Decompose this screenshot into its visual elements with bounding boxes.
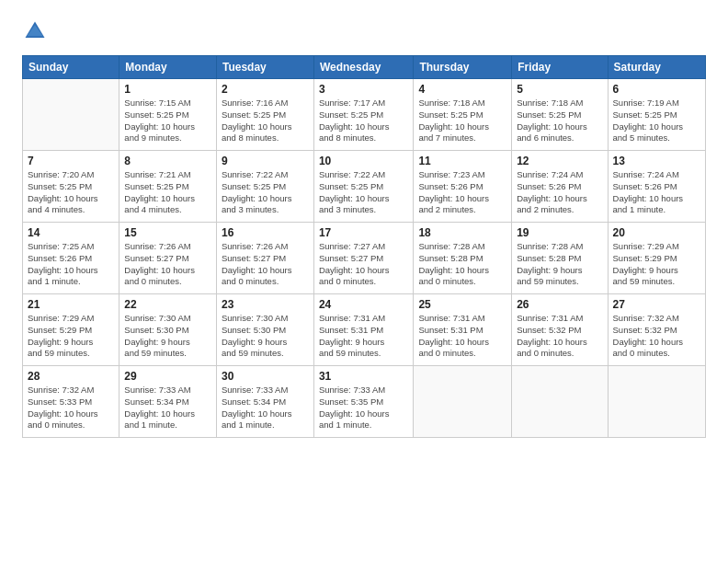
day-number: 10 — [319, 155, 408, 167]
day-cell: 26Sunrise: 7:31 AM Sunset: 5:32 PM Dayli… — [512, 294, 608, 366]
day-cell: 27Sunrise: 7:32 AM Sunset: 5:32 PM Dayli… — [608, 294, 705, 366]
day-cell: 13Sunrise: 7:24 AM Sunset: 5:26 PM Dayli… — [608, 151, 705, 223]
day-info: Sunrise: 7:33 AM Sunset: 5:34 PM Dayligh… — [124, 385, 211, 431]
day-info: Sunrise: 7:33 AM Sunset: 5:34 PM Dayligh… — [222, 385, 309, 431]
day-number: 17 — [319, 226, 408, 239]
day-number: 21 — [28, 298, 114, 311]
day-number: 23 — [222, 298, 309, 311]
day-info: Sunrise: 7:20 AM Sunset: 5:25 PM Dayligh… — [28, 169, 114, 216]
day-number: 5 — [517, 83, 602, 96]
day-number: 14 — [28, 226, 114, 239]
day-cell — [414, 366, 512, 438]
day-cell: 9Sunrise: 7:22 AM Sunset: 5:25 PM Daylig… — [216, 151, 313, 223]
day-info: Sunrise: 7:18 AM Sunset: 5:25 PM Dayligh… — [517, 98, 602, 144]
day-cell: 21Sunrise: 7:29 AM Sunset: 5:29 PM Dayli… — [23, 294, 119, 366]
day-cell: 31Sunrise: 7:33 AM Sunset: 5:35 PM Dayli… — [313, 366, 413, 438]
day-number: 1 — [124, 83, 211, 96]
logo-icon — [22, 18, 48, 44]
day-number: 4 — [418, 83, 506, 96]
day-info: Sunrise: 7:17 AM Sunset: 5:25 PM Dayligh… — [319, 98, 408, 144]
day-info: Sunrise: 7:29 AM Sunset: 5:29 PM Dayligh… — [613, 241, 700, 288]
day-number: 19 — [517, 226, 602, 239]
page: SundayMondayTuesdayWednesdayThursdayFrid… — [0, 0, 728, 563]
weekday-tuesday: Tuesday — [216, 56, 313, 79]
week-row-4: 21Sunrise: 7:29 AM Sunset: 5:29 PM Dayli… — [23, 294, 706, 366]
day-number: 2 — [222, 83, 309, 96]
day-cell: 14Sunrise: 7:25 AM Sunset: 5:26 PM Dayli… — [23, 223, 119, 294]
day-cell: 25Sunrise: 7:31 AM Sunset: 5:31 PM Dayli… — [414, 294, 512, 366]
day-number: 25 — [418, 298, 506, 311]
day-cell: 12Sunrise: 7:24 AM Sunset: 5:26 PM Dayli… — [512, 151, 608, 223]
day-cell: 7Sunrise: 7:20 AM Sunset: 5:25 PM Daylig… — [23, 151, 119, 223]
day-number: 15 — [124, 226, 211, 239]
weekday-thursday: Thursday — [414, 56, 512, 79]
day-cell: 4Sunrise: 7:18 AM Sunset: 5:25 PM Daylig… — [414, 79, 512, 151]
day-number: 11 — [418, 155, 506, 167]
day-info: Sunrise: 7:15 AM Sunset: 5:25 PM Dayligh… — [124, 98, 211, 144]
svg-marker-1 — [27, 25, 43, 36]
day-info: Sunrise: 7:31 AM Sunset: 5:31 PM Dayligh… — [418, 313, 506, 360]
day-info: Sunrise: 7:30 AM Sunset: 5:30 PM Dayligh… — [124, 313, 211, 360]
day-cell: 11Sunrise: 7:23 AM Sunset: 5:26 PM Dayli… — [414, 151, 512, 223]
day-cell: 28Sunrise: 7:32 AM Sunset: 5:33 PM Dayli… — [23, 366, 119, 438]
day-cell: 16Sunrise: 7:26 AM Sunset: 5:27 PM Dayli… — [216, 223, 313, 294]
day-info: Sunrise: 7:26 AM Sunset: 5:27 PM Dayligh… — [124, 241, 211, 288]
day-number: 9 — [222, 155, 309, 167]
day-cell: 22Sunrise: 7:30 AM Sunset: 5:30 PM Dayli… — [119, 294, 217, 366]
weekday-sunday: Sunday — [23, 56, 119, 79]
day-cell — [512, 366, 608, 438]
week-row-1: 1Sunrise: 7:15 AM Sunset: 5:25 PM Daylig… — [23, 79, 706, 151]
day-info: Sunrise: 7:27 AM Sunset: 5:27 PM Dayligh… — [319, 241, 408, 288]
day-cell: 3Sunrise: 7:17 AM Sunset: 5:25 PM Daylig… — [313, 79, 413, 151]
day-cell: 19Sunrise: 7:28 AM Sunset: 5:28 PM Dayli… — [512, 223, 608, 294]
day-number: 30 — [222, 370, 309, 383]
day-cell — [23, 79, 119, 151]
day-number: 29 — [124, 370, 211, 383]
day-number: 3 — [319, 83, 408, 96]
weekday-header-row: SundayMondayTuesdayWednesdayThursdayFrid… — [23, 56, 706, 79]
day-info: Sunrise: 7:19 AM Sunset: 5:25 PM Dayligh… — [613, 98, 700, 144]
day-cell: 8Sunrise: 7:21 AM Sunset: 5:25 PM Daylig… — [119, 151, 217, 223]
weekday-monday: Monday — [119, 56, 217, 79]
day-number: 12 — [517, 155, 602, 167]
day-cell: 1Sunrise: 7:15 AM Sunset: 5:25 PM Daylig… — [119, 79, 217, 151]
day-info: Sunrise: 7:24 AM Sunset: 5:26 PM Dayligh… — [517, 169, 602, 216]
day-info: Sunrise: 7:16 AM Sunset: 5:25 PM Dayligh… — [222, 98, 309, 144]
day-info: Sunrise: 7:25 AM Sunset: 5:26 PM Dayligh… — [28, 241, 114, 288]
day-info: Sunrise: 7:18 AM Sunset: 5:25 PM Dayligh… — [418, 98, 506, 144]
logo — [22, 18, 51, 44]
day-info: Sunrise: 7:23 AM Sunset: 5:26 PM Dayligh… — [418, 169, 506, 216]
day-number: 22 — [124, 298, 211, 311]
day-info: Sunrise: 7:22 AM Sunset: 5:25 PM Dayligh… — [319, 169, 408, 216]
calendar: SundayMondayTuesdayWednesdayThursdayFrid… — [22, 55, 706, 438]
day-cell: 29Sunrise: 7:33 AM Sunset: 5:34 PM Dayli… — [119, 366, 217, 438]
day-number: 28 — [28, 370, 114, 383]
day-cell: 6Sunrise: 7:19 AM Sunset: 5:25 PM Daylig… — [608, 79, 705, 151]
day-number: 27 — [613, 298, 700, 311]
day-info: Sunrise: 7:24 AM Sunset: 5:26 PM Dayligh… — [613, 169, 700, 216]
week-row-3: 14Sunrise: 7:25 AM Sunset: 5:26 PM Dayli… — [23, 223, 706, 294]
day-number: 8 — [124, 155, 211, 167]
day-number: 18 — [418, 226, 506, 239]
day-info: Sunrise: 7:29 AM Sunset: 5:29 PM Dayligh… — [28, 313, 114, 360]
weekday-wednesday: Wednesday — [313, 56, 413, 79]
day-number: 16 — [222, 226, 309, 239]
day-info: Sunrise: 7:32 AM Sunset: 5:33 PM Dayligh… — [28, 385, 114, 431]
day-info: Sunrise: 7:31 AM Sunset: 5:32 PM Dayligh… — [517, 313, 602, 360]
day-number: 26 — [517, 298, 602, 311]
weekday-saturday: Saturday — [608, 56, 705, 79]
day-number: 31 — [319, 370, 408, 383]
day-cell: 10Sunrise: 7:22 AM Sunset: 5:25 PM Dayli… — [313, 151, 413, 223]
day-cell — [608, 366, 705, 438]
day-info: Sunrise: 7:33 AM Sunset: 5:35 PM Dayligh… — [319, 385, 408, 431]
day-info: Sunrise: 7:31 AM Sunset: 5:31 PM Dayligh… — [319, 313, 408, 360]
day-cell: 17Sunrise: 7:27 AM Sunset: 5:27 PM Dayli… — [313, 223, 413, 294]
day-cell: 23Sunrise: 7:30 AM Sunset: 5:30 PM Dayli… — [216, 294, 313, 366]
day-cell: 5Sunrise: 7:18 AM Sunset: 5:25 PM Daylig… — [512, 79, 608, 151]
day-info: Sunrise: 7:28 AM Sunset: 5:28 PM Dayligh… — [418, 241, 506, 288]
day-cell: 24Sunrise: 7:31 AM Sunset: 5:31 PM Dayli… — [313, 294, 413, 366]
day-info: Sunrise: 7:26 AM Sunset: 5:27 PM Dayligh… — [222, 241, 309, 288]
day-cell: 15Sunrise: 7:26 AM Sunset: 5:27 PM Dayli… — [119, 223, 217, 294]
day-cell: 20Sunrise: 7:29 AM Sunset: 5:29 PM Dayli… — [608, 223, 705, 294]
day-number: 13 — [613, 155, 700, 167]
